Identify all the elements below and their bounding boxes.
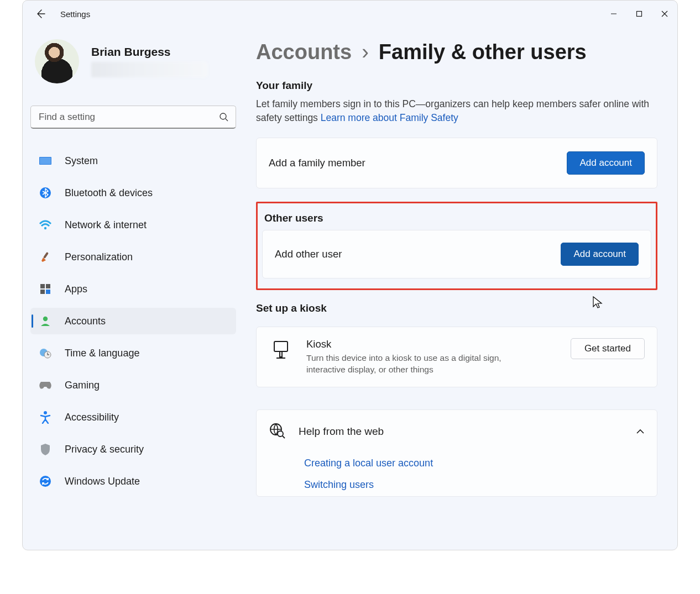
svg-rect-6 — [43, 252, 49, 259]
sidebar-item-privacy[interactable]: Privacy & security — [30, 436, 236, 462]
svg-point-14 — [44, 411, 47, 414]
svg-point-19 — [278, 431, 283, 437]
nav-label: Apps — [65, 283, 87, 295]
add-other-user-button[interactable]: Add account — [561, 243, 639, 266]
minimize-button[interactable] — [601, 3, 626, 25]
paintbrush-icon — [38, 250, 53, 264]
nav-label: Windows Update — [65, 476, 140, 487]
bluetooth-icon — [38, 186, 53, 200]
svg-rect-16 — [274, 341, 288, 351]
sidebar-item-gaming[interactable]: Gaming — [30, 372, 236, 398]
nav-label: Accounts — [65, 316, 106, 327]
nav-label: Privacy & security — [65, 444, 144, 455]
window-title: Settings — [60, 9, 90, 19]
add-family-member-card: Add a family member Add account — [256, 138, 657, 188]
person-icon — [38, 314, 53, 328]
family-safety-link[interactable]: Learn more about Family Safety — [321, 112, 458, 123]
maximize-button[interactable] — [626, 3, 652, 25]
help-title: Help from the web — [299, 425, 384, 438]
kiosk-icon — [269, 338, 293, 362]
nav-list: System Bluetooth & devices Network & int… — [30, 143, 236, 495]
kiosk-heading: Set up a kiosk — [256, 302, 657, 314]
search-input[interactable] — [30, 106, 236, 129]
help-link-local-account[interactable]: Creating a local user account — [304, 458, 645, 469]
add-family-member-label: Add a family member — [269, 157, 365, 169]
chevron-right-icon: › — [362, 40, 369, 64]
sidebar-item-network[interactable]: Network & internet — [30, 212, 236, 238]
sidebar: Brian Burgess System — [23, 27, 244, 550]
shield-icon — [38, 442, 53, 456]
help-expander[interactable]: Help from the web — [269, 422, 645, 441]
wifi-icon — [38, 218, 53, 232]
add-other-user-label: Add other user — [275, 248, 342, 260]
sidebar-item-time[interactable]: Time & language — [30, 340, 236, 366]
svg-point-11 — [43, 317, 48, 321]
window-controls — [601, 3, 677, 25]
profile-name: Brian Burgess — [91, 45, 207, 59]
sidebar-item-system[interactable]: System — [30, 148, 236, 174]
sidebar-item-bluetooth[interactable]: Bluetooth & devices — [30, 180, 236, 206]
globe-search-icon — [269, 422, 285, 441]
svg-point-1 — [220, 113, 226, 119]
kiosk-title: Kiosk — [306, 338, 527, 350]
sidebar-item-accounts[interactable]: Accounts — [30, 308, 236, 334]
svg-rect-3 — [40, 157, 51, 164]
svg-rect-17 — [280, 351, 282, 357]
arrow-left-icon — [35, 8, 46, 19]
settings-window: Settings Brian Burgess — [22, 0, 678, 550]
back-button[interactable] — [29, 3, 51, 25]
svg-rect-7 — [40, 284, 45, 288]
svg-point-15 — [40, 476, 51, 487]
nav-label: System — [65, 155, 98, 167]
display-icon — [38, 154, 53, 168]
sidebar-item-accessibility[interactable]: Accessibility — [30, 404, 236, 430]
nav-label: Gaming — [65, 380, 100, 391]
svg-rect-8 — [46, 284, 50, 288]
kiosk-get-started-button[interactable]: Get started — [571, 338, 645, 359]
main-content: Accounts › Family & other users Your fam… — [244, 27, 677, 550]
nav-label: Network & internet — [65, 219, 147, 231]
other-users-highlight: Other users Add other user Add account — [256, 202, 657, 290]
add-family-account-button[interactable]: Add account — [567, 151, 645, 175]
sidebar-item-personalization[interactable]: Personalization — [30, 244, 236, 270]
nav-label: Bluetooth & devices — [65, 187, 153, 199]
help-link-switching-users[interactable]: Switching users — [304, 479, 645, 491]
help-card: Help from the web Creating a local user … — [256, 409, 657, 497]
svg-rect-0 — [637, 12, 642, 17]
nav-label: Accessibility — [65, 412, 119, 423]
nav-label: Personalization — [65, 251, 133, 263]
clock-globe-icon — [38, 346, 53, 360]
add-other-user-card: Add other user Add account — [262, 230, 651, 278]
accessibility-icon — [38, 410, 53, 424]
gamepad-icon — [38, 378, 53, 392]
profile-email-redacted — [91, 62, 207, 77]
family-description: Let family members sign in to this PC—or… — [256, 97, 657, 125]
profile-block[interactable]: Brian Burgess — [30, 35, 236, 94]
help-links: Creating a local user account Switching … — [269, 441, 645, 496]
breadcrumb-current: Family & other users — [379, 40, 587, 64]
avatar — [35, 39, 79, 83]
breadcrumb-parent[interactable]: Accounts — [256, 40, 352, 64]
breadcrumb: Accounts › Family & other users — [256, 40, 657, 64]
titlebar: Settings — [23, 1, 677, 27]
nav-label: Time & language — [65, 348, 139, 359]
sidebar-item-update[interactable]: Windows Update — [30, 468, 236, 495]
sidebar-item-apps[interactable]: Apps — [30, 276, 236, 302]
apps-icon — [38, 282, 53, 296]
other-users-heading: Other users — [264, 212, 651, 224]
sync-icon — [38, 474, 53, 488]
chevron-up-icon — [636, 427, 645, 437]
svg-rect-9 — [40, 290, 45, 294]
close-button[interactable] — [652, 3, 677, 25]
kiosk-description: Turn this device into a kiosk to use as … — [306, 353, 527, 376]
search-icon[interactable] — [217, 111, 231, 124]
svg-rect-10 — [46, 290, 50, 294]
svg-point-5 — [44, 227, 46, 229]
family-heading: Your family — [256, 80, 657, 92]
kiosk-card: Kiosk Turn this device into a kiosk to u… — [256, 327, 657, 387]
